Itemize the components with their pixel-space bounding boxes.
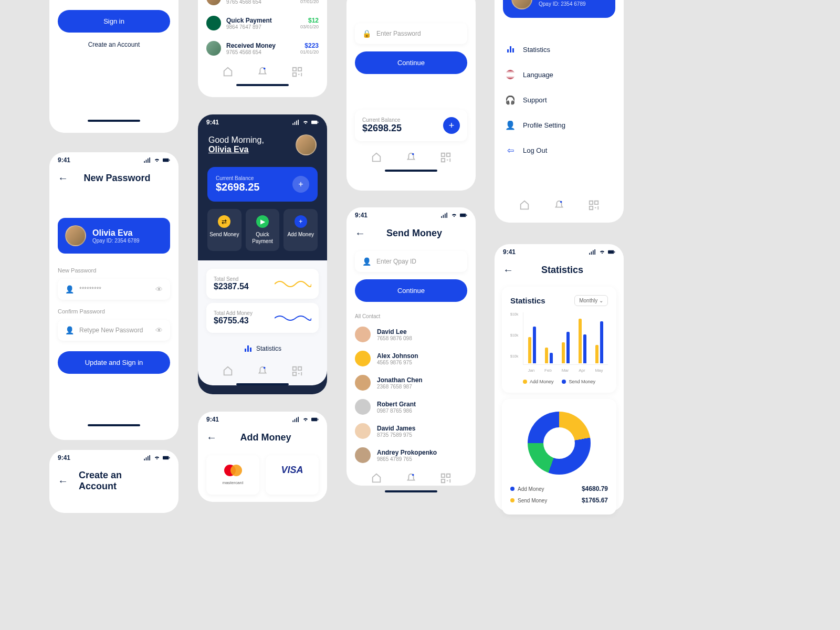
- avatar[interactable]: [296, 134, 317, 155]
- menu-language[interactable]: Language: [495, 62, 624, 87]
- mastercard-option[interactable]: mastercard: [206, 455, 259, 495]
- avatar: [511, 0, 532, 9]
- bell-icon[interactable]: [257, 365, 268, 377]
- home-icon[interactable]: [371, 152, 382, 163]
- home-indicator: [88, 120, 140, 122]
- greeting-name: Olivia Eva: [208, 145, 264, 154]
- card-label: mastercard: [212, 480, 254, 485]
- x-label: May: [595, 368, 603, 373]
- screen-summary: $569 $1 $560 🔒 Enter Password Continue C…: [346, 0, 476, 191]
- qr-icon[interactable]: [291, 66, 303, 78]
- signal-icon: [441, 213, 448, 218]
- qr-icon[interactable]: [440, 152, 452, 163]
- home-icon[interactable]: [371, 472, 382, 484]
- password-input[interactable]: 🔒 Enter Password: [355, 23, 467, 44]
- back-icon[interactable]: ←: [58, 172, 68, 184]
- balance-label: Current Balance: [362, 117, 402, 123]
- eye-icon[interactable]: 👁: [155, 285, 163, 293]
- qpay-id-input[interactable]: 👤 Enter Qpay ID: [355, 251, 467, 272]
- qr-icon[interactable]: [440, 472, 452, 484]
- svg-rect-12: [466, 215, 467, 216]
- total-send-card[interactable]: Total Send$2387.54: [206, 269, 319, 299]
- section-heading: All Contact: [346, 306, 476, 322]
- contact-avatar: [355, 447, 371, 463]
- contact-phone: 7658 9876 098: [377, 335, 412, 341]
- back-icon[interactable]: ←: [503, 264, 513, 276]
- wave-icon: [275, 279, 311, 289]
- wifi-icon: [598, 249, 606, 255]
- contact-phone: 8735 7589 975: [377, 432, 415, 438]
- contact-row[interactable]: Andrey Prokopenko9865 4789 765: [346, 443, 476, 467]
- statistics-link[interactable]: Statistics: [198, 337, 327, 360]
- transaction-row[interactable]: Received Money9765 4568 654 $22301/01/20: [198, 36, 327, 61]
- continue-button[interactable]: Continue: [355, 51, 467, 74]
- battery-icon: [311, 120, 319, 125]
- menu-logout[interactable]: ⇦ Log Out: [495, 138, 624, 163]
- status-bar: 9:41: [49, 450, 178, 466]
- signal-icon: [292, 120, 300, 125]
- battery-icon: [460, 213, 467, 218]
- filter-dropdown[interactable]: Monthly ⌄: [574, 295, 608, 306]
- bell-icon[interactable]: [405, 472, 417, 484]
- svg-rect-15: [608, 250, 614, 254]
- menu-statistics[interactable]: Statistics: [495, 37, 624, 62]
- visa-option[interactable]: VISA: [266, 455, 319, 495]
- donut-card: Add Money $4680.79 Send Money $1765.67: [502, 399, 616, 514]
- user-id: Qpay ID: 2354 6789: [92, 238, 140, 244]
- home-icon[interactable]: [222, 365, 234, 377]
- new-password-input[interactable]: 👤 ********* 👁: [58, 279, 170, 300]
- menu-support[interactable]: 🎧 Support: [495, 87, 624, 112]
- add-button[interactable]: +: [443, 117, 460, 134]
- time-label: 9:41: [206, 416, 219, 423]
- contact-row[interactable]: David James8735 7589 975: [346, 419, 476, 443]
- back-icon[interactable]: ←: [355, 227, 365, 239]
- txn-sub: 9765 4568 654: [226, 0, 295, 5]
- time-label: 9:41: [355, 212, 368, 219]
- eye-icon[interactable]: 👁: [155, 326, 163, 334]
- status-bar: 9:41: [198, 114, 327, 130]
- bell-icon[interactable]: [257, 66, 268, 78]
- legend-dot: [562, 380, 566, 384]
- add-money-button[interactable]: + Add Money: [284, 209, 318, 251]
- play-icon: ▶: [256, 215, 269, 228]
- create-account-link[interactable]: Create an Account: [49, 37, 178, 52]
- quick-payment-button[interactable]: ▶ Quick Payment: [246, 209, 280, 251]
- contact-row[interactable]: Robert Grant0987 8765 986: [346, 395, 476, 419]
- send-money-button[interactable]: ⇄ Send Money: [207, 209, 242, 251]
- bell-icon[interactable]: [405, 152, 417, 163]
- input-value: *********: [79, 286, 150, 293]
- confirm-password-input[interactable]: 👤 Retype New Password 👁: [58, 320, 170, 341]
- home-icon[interactable]: [222, 66, 234, 78]
- menu-label: Statistics: [523, 46, 550, 54]
- legend-label: Send Money: [569, 379, 595, 384]
- bar-chart: [523, 312, 608, 365]
- headphones-icon: 🎧: [505, 94, 516, 105]
- update-button[interactable]: Update and Sign in: [58, 351, 170, 374]
- qr-icon[interactable]: [291, 365, 303, 377]
- txn-date: 01/01/20: [300, 49, 319, 55]
- plus-icon[interactable]: +: [292, 176, 309, 193]
- home-icon[interactable]: [519, 200, 530, 211]
- contact-phone: 0987 8765 986: [377, 408, 416, 414]
- contact-row[interactable]: Alex Johnson4565 9876 975: [346, 346, 476, 371]
- signin-button[interactable]: Sign in: [58, 10, 170, 33]
- back-icon[interactable]: ←: [58, 475, 68, 487]
- page-title: New Password: [75, 173, 160, 184]
- screen-signin: Sign in Create an Account: [49, 0, 178, 133]
- total-add-card[interactable]: Total Add Money$6755.43: [206, 303, 319, 333]
- contact-row[interactable]: David Lee7658 9876 098: [346, 322, 476, 346]
- continue-button[interactable]: Continue: [355, 279, 467, 302]
- screen-profile: Olivia Eva Qpay ID: 2354 6789 Statistics…: [495, 0, 624, 223]
- transaction-row[interactable]: Quick Payment9864 7647 897 $1203/01/20: [198, 10, 327, 36]
- menu-profile-setting[interactable]: 👤 Profile Setting: [495, 112, 624, 138]
- status-bar: 9:41: [346, 207, 476, 223]
- home-indicator: [385, 490, 437, 492]
- bell-icon[interactable]: [553, 200, 565, 211]
- contact-row[interactable]: Jonathan Chen2368 7658 987: [346, 371, 476, 395]
- qr-icon[interactable]: [588, 200, 600, 211]
- back-icon[interactable]: ←: [206, 432, 217, 444]
- home-indicator: [88, 424, 140, 426]
- bottom-nav: [346, 146, 476, 165]
- transaction-row[interactable]: Received Money9765 4568 654 $22307/01/20: [198, 0, 327, 10]
- contact-phone: 4565 9876 975: [377, 360, 418, 365]
